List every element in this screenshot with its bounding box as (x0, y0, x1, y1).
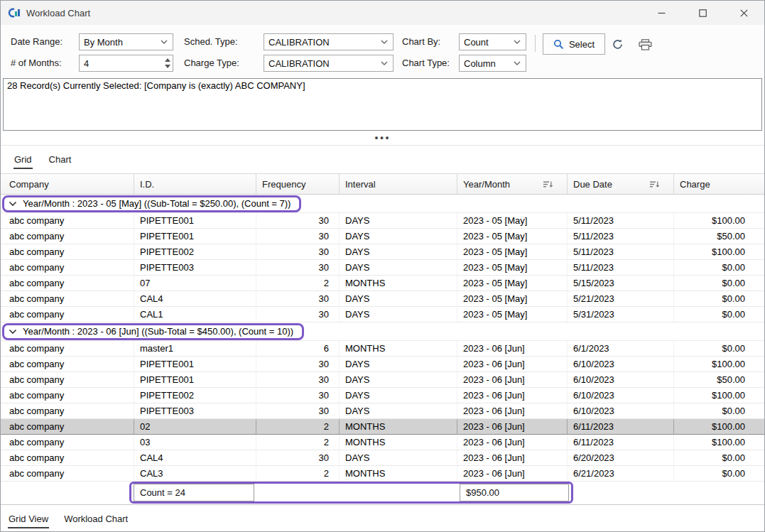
footer-count-label: Count = 24 (140, 487, 185, 498)
cell-due-date: 6/10/2023 (568, 403, 674, 419)
cell-due-date: 5/21/2023 (568, 291, 674, 307)
table-row[interactable]: abc companyCAL430DAYS2023 - 05 [May]5/21… (1, 291, 764, 307)
toolbar: Date Range: By Month Sched. Type: CALIBR… (1, 25, 764, 78)
tab-grid[interactable]: Grid (13, 154, 33, 165)
cell-interval: DAYS (340, 260, 457, 276)
num-months-value: 4 (84, 58, 89, 69)
num-months-spinner[interactable]: 4 (79, 55, 173, 72)
tab-workload-chart[interactable]: Workload Chart (63, 514, 129, 524)
cell-year-month: 2023 - 06 [Jun] (457, 388, 568, 403)
chart-by-value: Count (464, 37, 489, 48)
column-header-interval[interactable]: Interval (340, 174, 457, 194)
column-header-id[interactable]: I.D. (134, 174, 256, 194)
table-row[interactable]: abc companymaster16MONTHS2023 - 06 [Jun]… (1, 341, 764, 357)
table-row[interactable]: abc companyPIPETTE00130DAYS2023 - 06 [Ju… (1, 357, 764, 372)
cell-company: abc company (1, 419, 134, 435)
table-row[interactable]: abc companyCAL430DAYS2023 - 06 [Jun]6/20… (1, 450, 764, 466)
tab-grid-label: Grid (13, 154, 33, 169)
splitter-handle[interactable]: ●●● (374, 135, 390, 141)
chart-type-label: Chart Type: (402, 55, 450, 72)
chart-by-select[interactable]: Count (459, 33, 526, 50)
column-header-year-month[interactable]: Year/Month (457, 174, 568, 194)
tab-grid-view[interactable]: Grid View (8, 514, 49, 524)
column-header-label: Frequency (262, 179, 305, 190)
maximize-button[interactable] (682, 1, 723, 25)
table-row[interactable]: abc companyPIPETTE00130DAYS2023 - 06 [Ju… (1, 372, 764, 388)
cell-due-date: 6/10/2023 (568, 357, 674, 372)
cell-charge: $0.00 (674, 466, 765, 482)
group-row[interactable]: Year/Month : 2023 - 06 [Jun] ((Sub-Total… (1, 322, 764, 341)
column-header-label: Charge (680, 179, 710, 190)
table-row[interactable]: abc company032MONTHS2023 - 06 [Jun]6/11/… (1, 435, 764, 450)
column-header-label: Interval (345, 179, 376, 190)
cell-interval: MONTHS (340, 435, 457, 450)
cell-due-date: 5/11/2023 (568, 244, 674, 260)
cell-company: abc company (1, 357, 134, 372)
cell-due-date: 6/10/2023 (568, 372, 674, 388)
chevron-down-icon[interactable] (9, 201, 17, 207)
cell-company: abc company (1, 435, 134, 450)
cell-charge: $100.00 (674, 388, 765, 403)
tab-chart[interactable]: Chart (48, 154, 72, 165)
charge-type-select[interactable]: CALIBRATION (264, 55, 394, 72)
close-button[interactable] (723, 1, 764, 25)
table-row[interactable]: abc companyCAL32MONTHS2023 - 06 [Jun]6/2… (1, 466, 764, 482)
cell-frequency: 2 (256, 435, 340, 450)
column-header-due-date[interactable]: Due Date (568, 174, 674, 194)
cell-id: PIPETTE001 (134, 213, 256, 229)
select-button[interactable]: Select (543, 33, 605, 55)
chart-type-select[interactable]: Column (459, 55, 526, 72)
cell-id: PIPETTE001 (134, 229, 256, 244)
table-row[interactable]: abc companyCAL130DAYS2023 - 05 [May]5/31… (1, 307, 764, 322)
group-label: Year/Month : 2023 - 06 [Jun] ((Sub-Total… (23, 326, 293, 337)
selection-summary[interactable]: 28 Record(s) Currently Selected: [Compan… (3, 78, 762, 131)
group-row[interactable]: Year/Month : 2023 - 05 [May] ((Sub-Total… (1, 195, 764, 213)
tab-grid-view-label: Grid View (8, 514, 49, 528)
table-row[interactable]: abc companyPIPETTE00130DAYS2023 - 05 [Ma… (1, 213, 764, 229)
print-button[interactable] (639, 39, 652, 50)
spin-down-button[interactable] (165, 65, 170, 68)
column-header-frequency[interactable]: Frequency (256, 174, 340, 194)
cell-company: abc company (1, 372, 134, 388)
cell-interval: DAYS (340, 291, 457, 307)
chevron-down-icon (161, 40, 168, 44)
cell-year-month: 2023 - 06 [Jun] (457, 403, 568, 419)
cell-due-date: 5/31/2023 (568, 307, 674, 322)
table-row[interactable]: abc companyPIPETTE00330DAYS2023 - 06 [Ju… (1, 403, 764, 419)
column-header-charge[interactable]: Charge (674, 174, 765, 194)
table-row[interactable]: abc companyPIPETTE00330DAYS2023 - 05 [Ma… (1, 260, 764, 276)
cell-year-month: 2023 - 05 [May] (457, 213, 568, 229)
cell-id: PIPETTE002 (134, 388, 256, 403)
refresh-button[interactable] (612, 38, 624, 50)
table-row[interactable]: abc company072MONTHS2023 - 05 [May]5/15/… (1, 276, 764, 291)
chevron-down-icon[interactable] (9, 329, 17, 335)
cell-id: PIPETTE003 (134, 260, 256, 276)
cell-id: CAL3 (134, 466, 256, 482)
sched-type-label: Sched. Type: (184, 33, 238, 50)
cell-company: abc company (1, 291, 134, 307)
cell-interval: MONTHS (340, 341, 457, 357)
table-row[interactable]: abc company022MONTHS2023 - 06 [Jun]6/11/… (1, 419, 764, 435)
tab-workload-chart-label: Workload Chart (63, 514, 129, 527)
table-row[interactable]: abc companyPIPETTE00230DAYS2023 - 06 [Ju… (1, 388, 764, 403)
minimize-button[interactable] (641, 1, 682, 25)
cell-year-month: 2023 - 05 [May] (457, 276, 568, 291)
sort-icon (650, 180, 659, 188)
cell-frequency: 6 (256, 341, 340, 357)
spin-up-button[interactable] (165, 58, 170, 62)
date-range-select[interactable]: By Month (79, 33, 173, 50)
table-row[interactable]: abc companyPIPETTE00130DAYS2023 - 05 [Ma… (1, 229, 764, 244)
grid-footer: Count = 24 $950.00 (1, 482, 764, 504)
cell-frequency: 30 (256, 357, 340, 372)
column-header-company[interactable]: Company (1, 174, 134, 194)
table-row[interactable]: abc companyPIPETTE00230DAYS2023 - 05 [Ma… (1, 244, 764, 260)
cell-due-date: 5/15/2023 (568, 276, 674, 291)
cell-charge: $0.00 (674, 307, 765, 322)
cell-charge: $0.00 (674, 291, 765, 307)
cell-interval: MONTHS (340, 466, 457, 482)
cell-company: abc company (1, 466, 134, 482)
sched-type-select[interactable]: CALIBRATION (264, 33, 394, 50)
sort-icon (543, 180, 553, 188)
cell-interval: DAYS (340, 244, 457, 260)
cell-charge: $0.00 (674, 403, 765, 419)
